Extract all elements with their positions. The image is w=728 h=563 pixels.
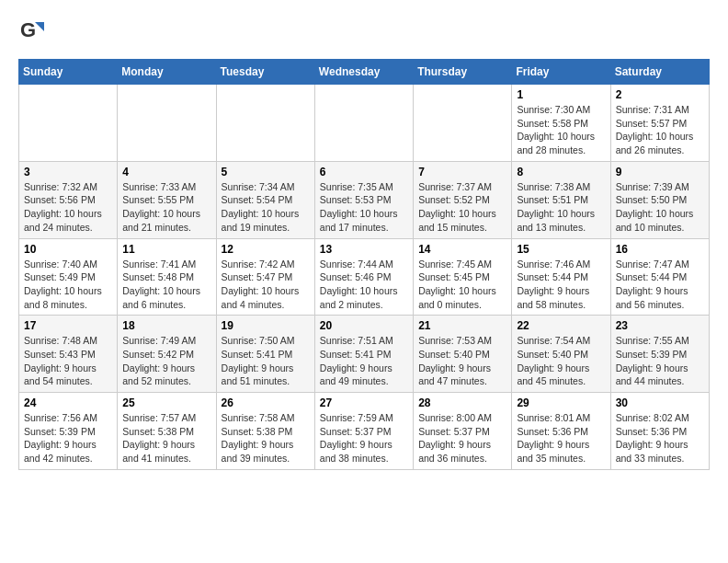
day-info: Sunrise: 7:54 AMSunset: 5:40 PMDaylight:… [517,334,605,388]
calendar-header-wednesday: Wednesday [314,60,413,85]
calendar-cell: 17Sunrise: 7:48 AMSunset: 5:43 PMDayligh… [19,316,118,393]
day-info: Sunrise: 7:49 AMSunset: 5:42 PMDaylight:… [122,334,210,388]
day-info: Sunrise: 7:58 AMSunset: 5:38 PMDaylight:… [222,411,310,465]
day-number: 22 [517,319,605,332]
day-number: 16 [616,243,704,256]
day-number: 1 [517,88,605,101]
day-info: Sunrise: 7:59 AMSunset: 5:37 PMDaylight:… [320,411,408,465]
day-number: 14 [418,243,506,256]
calendar-cell: 3Sunrise: 7:32 AMSunset: 5:56 PMDaylight… [19,161,118,238]
calendar-header-friday: Friday [512,60,610,85]
day-info: Sunrise: 7:44 AMSunset: 5:46 PMDaylight:… [320,258,408,312]
calendar-cell: 21Sunrise: 7:53 AMSunset: 5:40 PMDayligh… [414,316,512,393]
calendar-cell: 18Sunrise: 7:49 AMSunset: 5:42 PMDayligh… [118,316,216,393]
calendar-cell: 15Sunrise: 7:46 AMSunset: 5:44 PMDayligh… [512,238,610,316]
day-info: Sunrise: 7:31 AMSunset: 5:57 PMDaylight:… [616,103,704,157]
svg-text:G: G [20,18,36,41]
calendar-cell: 24Sunrise: 7:56 AMSunset: 5:39 PMDayligh… [19,393,118,470]
calendar-cell: 28Sunrise: 8:00 AMSunset: 5:37 PMDayligh… [414,393,512,470]
calendar-cell: 12Sunrise: 7:42 AMSunset: 5:47 PMDayligh… [216,238,314,316]
day-info: Sunrise: 7:55 AMSunset: 5:39 PMDaylight:… [616,334,704,388]
day-info: Sunrise: 7:33 AMSunset: 5:55 PMDaylight:… [122,180,210,235]
day-info: Sunrise: 7:35 AMSunset: 5:53 PMDaylight:… [320,180,408,235]
calendar-table: SundayMondayTuesdayWednesdayThursdayFrid… [18,59,710,470]
day-info: Sunrise: 7:56 AMSunset: 5:39 PMDaylight:… [24,411,112,465]
day-info: Sunrise: 7:40 AMSunset: 5:49 PMDaylight:… [24,258,112,312]
calendar-cell: 10Sunrise: 7:40 AMSunset: 5:49 PMDayligh… [19,238,118,316]
day-info: Sunrise: 7:32 AMSunset: 5:56 PMDaylight:… [24,180,112,235]
calendar-cell: 4Sunrise: 7:33 AMSunset: 5:55 PMDaylight… [118,161,216,238]
calendar-week-2: 3Sunrise: 7:32 AMSunset: 5:56 PMDaylight… [19,161,710,238]
calendar-header-monday: Monday [118,60,216,85]
day-number: 11 [122,243,210,256]
calendar-cell: 26Sunrise: 7:58 AMSunset: 5:38 PMDayligh… [216,393,314,470]
day-number: 2 [616,88,704,101]
day-number: 9 [616,166,704,178]
day-number: 13 [320,243,408,256]
day-number: 19 [222,319,310,332]
day-number: 4 [122,166,210,178]
day-info: Sunrise: 7:48 AMSunset: 5:43 PMDaylight:… [24,334,112,388]
day-info: Sunrise: 7:46 AMSunset: 5:44 PMDaylight:… [517,258,605,312]
calendar-cell [216,85,314,162]
logo: G [18,18,48,44]
logo-icon: G [18,18,44,44]
day-info: Sunrise: 8:00 AMSunset: 5:37 PMDaylight:… [418,411,506,465]
calendar-cell: 19Sunrise: 7:50 AMSunset: 5:41 PMDayligh… [216,316,314,393]
day-number: 23 [616,319,704,332]
calendar-week-1: 1Sunrise: 7:30 AMSunset: 5:58 PMDaylight… [19,85,710,162]
calendar-cell: 1Sunrise: 7:30 AMSunset: 5:58 PMDaylight… [512,85,610,162]
day-info: Sunrise: 7:51 AMSunset: 5:41 PMDaylight:… [320,334,408,388]
day-number: 27 [320,396,408,409]
day-info: Sunrise: 7:47 AMSunset: 5:44 PMDaylight:… [616,258,704,312]
calendar-cell [414,85,512,162]
calendar-cell: 23Sunrise: 7:55 AMSunset: 5:39 PMDayligh… [610,316,709,393]
page-header: G [18,18,710,44]
calendar-cell: 27Sunrise: 7:59 AMSunset: 5:37 PMDayligh… [314,393,413,470]
calendar-week-4: 17Sunrise: 7:48 AMSunset: 5:43 PMDayligh… [19,316,710,393]
day-number: 7 [418,166,506,178]
day-info: Sunrise: 7:34 AMSunset: 5:54 PMDaylight:… [222,180,310,235]
calendar-cell: 22Sunrise: 7:54 AMSunset: 5:40 PMDayligh… [512,316,610,393]
day-number: 10 [24,243,112,256]
calendar-cell: 11Sunrise: 7:41 AMSunset: 5:48 PMDayligh… [118,238,216,316]
day-info: Sunrise: 7:37 AMSunset: 5:52 PMDaylight:… [418,180,506,235]
day-number: 17 [24,319,112,332]
calendar-cell: 29Sunrise: 8:01 AMSunset: 5:36 PMDayligh… [512,393,610,470]
calendar-week-5: 24Sunrise: 7:56 AMSunset: 5:39 PMDayligh… [19,393,710,470]
day-info: Sunrise: 7:30 AMSunset: 5:58 PMDaylight:… [517,103,605,157]
calendar-cell [19,85,118,162]
calendar-cell [118,85,216,162]
calendar-cell: 6Sunrise: 7:35 AMSunset: 5:53 PMDaylight… [314,161,413,238]
day-number: 30 [616,396,704,409]
calendar-cell: 9Sunrise: 7:39 AMSunset: 5:50 PMDaylight… [610,161,709,238]
calendar-header-tuesday: Tuesday [216,60,314,85]
calendar-cell: 2Sunrise: 7:31 AMSunset: 5:57 PMDaylight… [610,85,709,162]
calendar-cell [314,85,413,162]
calendar-cell: 8Sunrise: 7:38 AMSunset: 5:51 PMDaylight… [512,161,610,238]
day-number: 20 [320,319,408,332]
day-number: 15 [517,243,605,256]
day-info: Sunrise: 7:50 AMSunset: 5:41 PMDaylight:… [222,334,310,388]
calendar-cell: 25Sunrise: 7:57 AMSunset: 5:38 PMDayligh… [118,393,216,470]
day-number: 3 [24,166,112,178]
calendar-cell: 7Sunrise: 7:37 AMSunset: 5:52 PMDaylight… [414,161,512,238]
day-info: Sunrise: 7:53 AMSunset: 5:40 PMDaylight:… [418,334,506,388]
day-number: 28 [418,396,506,409]
calendar-cell: 30Sunrise: 8:02 AMSunset: 5:36 PMDayligh… [610,393,709,470]
day-info: Sunrise: 7:41 AMSunset: 5:48 PMDaylight:… [122,258,210,312]
calendar-cell: 16Sunrise: 7:47 AMSunset: 5:44 PMDayligh… [610,238,709,316]
day-info: Sunrise: 7:38 AMSunset: 5:51 PMDaylight:… [517,180,605,235]
calendar-header-sunday: Sunday [19,60,118,85]
day-info: Sunrise: 8:01 AMSunset: 5:36 PMDaylight:… [517,411,605,465]
day-number: 18 [122,319,210,332]
day-info: Sunrise: 8:02 AMSunset: 5:36 PMDaylight:… [616,411,704,465]
day-number: 21 [418,319,506,332]
calendar-header-thursday: Thursday [414,60,512,85]
day-number: 5 [222,166,310,178]
calendar-week-3: 10Sunrise: 7:40 AMSunset: 5:49 PMDayligh… [19,238,710,316]
day-info: Sunrise: 7:42 AMSunset: 5:47 PMDaylight:… [222,258,310,312]
day-number: 6 [320,166,408,178]
calendar-header-saturday: Saturday [610,60,709,85]
day-info: Sunrise: 7:57 AMSunset: 5:38 PMDaylight:… [122,411,210,465]
